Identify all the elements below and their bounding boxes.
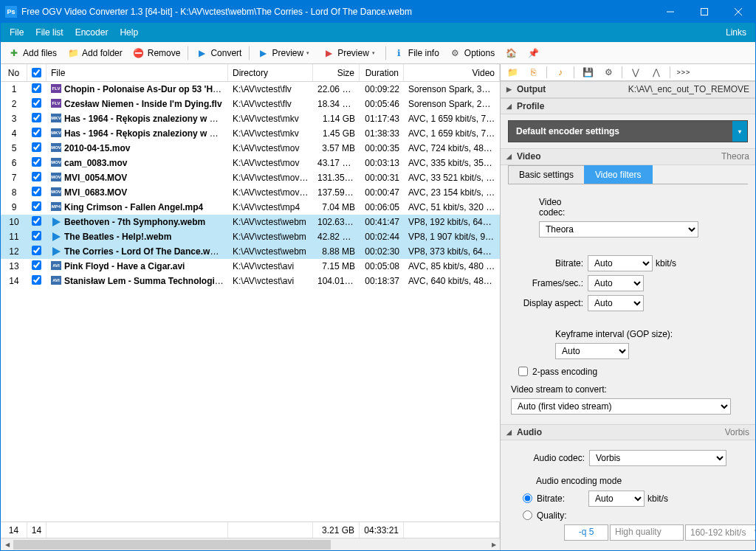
preview-button[interactable]: ▶ Preview ▾	[252, 45, 317, 61]
side-note-button[interactable]: ♪	[553, 65, 568, 80]
col-header-video[interactable]: Video	[404, 64, 500, 81]
panel-output-header[interactable]: ▶ Output K:\AV\_enc_out_TO_REMOVE	[501, 81, 755, 97]
table-row[interactable]: 11The Beatles - Help!.webmK:\AV\vctest\w…	[1, 229, 500, 244]
menu-file[interactable]: File	[4, 24, 30, 41]
footer-count1: 14	[1, 522, 27, 538]
scroll-thumb[interactable]	[13, 540, 331, 550]
audio-bitrate-select[interactable]: Auto	[588, 491, 645, 507]
horizontal-scrollbar[interactable]: ◀ ▶	[1, 538, 500, 550]
file-name: The Beatles - Help!.webm	[47, 230, 228, 244]
table-row[interactable]: 8MOVMVI_0683.MOVK:\AV\vctest\mov\Ca...13…	[1, 185, 500, 200]
file-name: FLVChopin - Polonaise As-Dur op 53 'Hero…	[47, 83, 228, 97]
table-row[interactable]: 4MKVHas - 1964 - Rękopis znaleziony w Sa…	[1, 126, 500, 141]
toolbar: ✚ Add files 📁 Add folder ⛔ Remove ▶ Conv…	[1, 42, 755, 64]
table-row[interactable]: 12The Corries - Lord Of The Dance.webmK:…	[1, 244, 500, 259]
row-checkbox[interactable]	[32, 142, 41, 152]
audio-mode-bitrate-radio[interactable]	[523, 493, 532, 503]
row-checkbox[interactable]	[32, 201, 41, 211]
file-type-icon: AVI	[51, 261, 61, 271]
table-row[interactable]: 14AVIStanisław Lem - Summa Technologiae …	[1, 274, 500, 288]
table-row[interactable]: 7MOVMVI_0054.MOVK:\AV\vctest\mov\Ca...13…	[1, 170, 500, 185]
add-folder-button[interactable]: 📁 Add folder	[63, 45, 127, 61]
add-files-button[interactable]: ✚ Add files	[4, 45, 61, 61]
scroll-left-icon[interactable]: ◀	[1, 538, 13, 551]
row-checkbox[interactable]	[32, 98, 41, 108]
quality-rate-select[interactable]: 160-192 kbit/s ⋁	[685, 524, 755, 541]
audio-codec-select[interactable]: Vorbis	[589, 450, 726, 466]
profile-select[interactable]: Default encoder settings ▾	[508, 120, 748, 142]
side-folder-button[interactable]: 📁	[505, 65, 520, 80]
options-button[interactable]: ⚙ Options	[445, 45, 499, 61]
file-info-button[interactable]: ℹ File info	[389, 45, 444, 61]
audio-mode-quality-radio[interactable]	[523, 510, 532, 520]
pin-button[interactable]: 📌	[523, 45, 543, 61]
panel-video-header[interactable]: ◢ Video Theora	[501, 148, 755, 164]
close-button[interactable]	[721, 1, 755, 23]
fps-select[interactable]: Auto	[588, 275, 644, 291]
table-row[interactable]: 13AVIPink Floyd - Have a Cigar.aviK:\AV\…	[1, 259, 500, 274]
preview-alt-button[interactable]: ▶ Preview ▾	[318, 45, 382, 61]
table-row[interactable]: 2FLVCzesław Niemen - Inside I'm Dying.fl…	[1, 97, 500, 111]
menu-filelist[interactable]: File list	[30, 24, 69, 41]
file-name: Beethoven - 7th Symphony.webm	[47, 215, 228, 229]
col-header-check[interactable]	[27, 64, 47, 81]
col-header-size[interactable]: Size	[313, 64, 360, 81]
gear-icon: ⚙	[605, 67, 613, 77]
row-checkbox[interactable]	[32, 172, 41, 181]
tab-basic-settings[interactable]: Basic settings	[508, 165, 585, 184]
quality-value[interactable]: -q 5	[564, 524, 608, 541]
row-checkbox[interactable]	[32, 246, 41, 255]
table-row[interactable]: 3MKVHas - 1964 - Rękopis znaleziony w Sa…	[1, 111, 500, 126]
row-checkbox[interactable]	[32, 275, 41, 285]
col-header-dur[interactable]: Duration	[360, 64, 404, 81]
label-video-codec: Video codec:	[511, 197, 585, 218]
check-all[interactable]	[32, 68, 41, 77]
row-checkbox[interactable]	[32, 260, 41, 270]
two-pass-checkbox[interactable]	[518, 367, 528, 376]
video-codec-select[interactable]: Theora	[539, 221, 698, 238]
row-checkbox[interactable]	[32, 231, 41, 240]
file-name: MOVcam_0083.mov	[47, 156, 228, 170]
side-collapse-button[interactable]: ⋁	[628, 65, 643, 80]
side-gear-button[interactable]: ⚙	[601, 65, 616, 80]
side-copy-button[interactable]: ⎘	[526, 65, 540, 80]
side-more-button[interactable]: >>>	[676, 65, 691, 80]
maximize-button[interactable]	[687, 1, 721, 23]
col-header-file[interactable]: File	[47, 64, 228, 81]
table-row[interactable]: 6MOVcam_0083.movK:\AV\vctest\mov43.17 MB…	[1, 156, 500, 170]
dropdown-icon: ▾	[372, 50, 378, 56]
file-type-icon	[51, 246, 61, 257]
row-checkbox[interactable]	[32, 128, 41, 137]
col-header-no[interactable]: No	[1, 64, 27, 81]
side-expand-button[interactable]: ⋀	[649, 65, 664, 80]
home-button[interactable]: 🏠	[501, 45, 521, 61]
aspect-select[interactable]: Auto	[588, 295, 644, 311]
table-row[interactable]: 5MOV2010-04-15.movK:\AV\vctest\mov3.57 M…	[1, 141, 500, 156]
table-row[interactable]: 10Beethoven - 7th Symphony.webmK:\AV\vct…	[1, 215, 500, 229]
video-bitrate-select[interactable]: Auto	[588, 255, 653, 271]
row-checkbox[interactable]	[32, 83, 41, 93]
minimize-button[interactable]	[653, 1, 687, 23]
panel-audio-header[interactable]: ◢ Audio Vorbis	[501, 424, 755, 440]
row-checkbox[interactable]	[32, 187, 41, 196]
scroll-right-icon[interactable]: ▶	[487, 538, 500, 551]
chevron-down-icon: ⋁	[632, 67, 639, 77]
menu-links[interactable]: Links	[720, 24, 752, 41]
keyframe-select[interactable]: Auto	[555, 343, 629, 359]
table-row[interactable]: 9MP4King Crimson - Fallen Angel.mp4K:\AV…	[1, 200, 500, 215]
file-name: MOVMVI_0054.MOV	[47, 171, 228, 185]
col-header-dir[interactable]: Directory	[228, 64, 313, 81]
menu-encoder[interactable]: Encoder	[69, 24, 114, 41]
add-folder-icon: 📁	[67, 47, 79, 59]
panel-profile-header[interactable]: ◢ Profile	[501, 98, 755, 114]
row-checkbox[interactable]	[32, 216, 41, 226]
convert-button[interactable]: ▶ Convert	[191, 45, 246, 61]
side-save-button[interactable]: 💾	[580, 65, 595, 80]
tab-video-filters[interactable]: Video filters	[584, 165, 652, 184]
row-checkbox[interactable]	[32, 113, 41, 122]
row-checkbox[interactable]	[32, 157, 41, 167]
table-row[interactable]: 1FLVChopin - Polonaise As-Dur op 53 'Her…	[1, 82, 500, 97]
video-stream-select[interactable]: Auto (first video stream)	[511, 398, 731, 415]
menu-help[interactable]: Help	[114, 24, 144, 41]
remove-button[interactable]: ⛔ Remove	[128, 45, 185, 61]
